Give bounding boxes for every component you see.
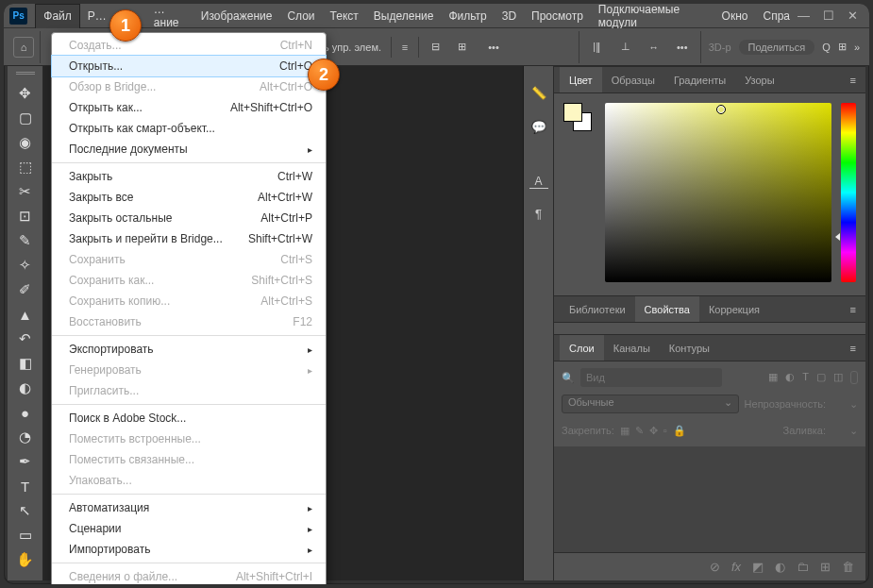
more-icon[interactable]: ••• xyxy=(483,37,504,58)
menu-item[interactable]: Сохранить как...Shift+Ctrl+S xyxy=(52,270,326,291)
menu-image[interactable]: Изображение xyxy=(193,4,280,28)
menu-window[interactable]: Окно xyxy=(714,4,756,28)
grip-icon[interactable] xyxy=(11,72,40,77)
align2-icon[interactable]: ⊟ xyxy=(425,37,445,58)
menu-item[interactable]: Поиск в Adobe Stock... xyxy=(52,408,326,428)
blur-tool[interactable]: ● xyxy=(12,401,39,424)
menu-item[interactable]: Создать...Ctrl+N xyxy=(52,35,326,56)
blend-mode-select[interactable]: Обычные ⌄ xyxy=(562,395,739,413)
tab-libraries[interactable]: Библиотеки xyxy=(560,296,635,322)
brush-tool[interactable]: ✐ xyxy=(12,278,39,301)
menu-filter[interactable]: Фильтр xyxy=(441,4,494,28)
fx-icon[interactable]: fx xyxy=(731,560,741,574)
tab-gradients[interactable]: Градиенты xyxy=(664,67,735,92)
dock-para-icon[interactable]: ¶ xyxy=(529,204,548,223)
opt-icon-c[interactable]: ↔ xyxy=(644,37,664,58)
opt-icon-a[interactable]: |‖ xyxy=(587,37,608,58)
menu-x[interactable]: …ание xyxy=(146,4,193,28)
dodge-tool[interactable]: ◔ xyxy=(12,426,39,448)
menu-item[interactable]: СохранитьCtrl+S xyxy=(52,249,326,270)
minimize-icon[interactable]: — xyxy=(797,8,810,23)
history-tool[interactable]: ↶ xyxy=(12,328,39,350)
filter-toggle[interactable] xyxy=(850,371,858,384)
menu-item[interactable]: Сохранить копию...Alt+Ctrl+S xyxy=(52,291,326,311)
group-icon[interactable]: 🗀 xyxy=(797,560,809,574)
menu-item[interactable]: ВосстановитьF12 xyxy=(52,311,326,332)
close-icon[interactable]: ✕ xyxy=(848,8,858,23)
lock-art-icon[interactable]: ▫ xyxy=(663,425,667,436)
menu-item[interactable]: Последние документы xyxy=(52,139,326,160)
dock-char-icon[interactable]: A xyxy=(529,174,548,189)
frame-tool[interactable]: ⊡ xyxy=(12,205,39,227)
filter-type-icon[interactable]: T xyxy=(802,371,809,384)
home-button[interactable]: ⌂ xyxy=(13,37,34,58)
menu-item[interactable]: Поместить встроенные... xyxy=(52,428,326,449)
filter-pixel-icon[interactable]: ▦ xyxy=(768,371,778,384)
delete-icon[interactable]: 🗑 xyxy=(842,560,854,574)
lock-trans-icon[interactable]: ▦ xyxy=(620,425,630,437)
workspace-icon[interactable]: ⊞ xyxy=(838,41,847,53)
tab-adjustments[interactable]: Коррекция xyxy=(699,296,769,322)
menu-layer[interactable]: Слои xyxy=(279,4,322,28)
adjust-icon[interactable]: ◐ xyxy=(775,560,785,574)
eraser-tool[interactable]: ◧ xyxy=(12,352,39,375)
pen-tool[interactable]: ✒ xyxy=(12,450,39,473)
maximize-icon[interactable]: ☐ xyxy=(823,8,834,23)
marquee-tool[interactable]: ▢ xyxy=(12,107,39,129)
menu-item[interactable]: Обзор в Bridge...Alt+Ctrl+O xyxy=(52,76,326,97)
color-picker[interactable] xyxy=(605,103,831,282)
mask-icon[interactable]: ◩ xyxy=(752,560,764,574)
menu-type[interactable]: Текст xyxy=(323,4,366,28)
menu-item[interactable]: Открыть как...Alt+Shift+Ctrl+O xyxy=(52,97,326,118)
quickselect-tool[interactable]: ⬚ xyxy=(12,156,39,178)
menu-3d[interactable]: 3D xyxy=(495,4,524,28)
filter-shape-icon[interactable]: ▢ xyxy=(816,371,826,384)
menu-item[interactable]: Сведения о файле...Alt+Shift+Ctrl+I xyxy=(52,566,326,584)
hue-slider[interactable] xyxy=(841,103,856,282)
tab-layers[interactable]: Слои xyxy=(560,335,604,361)
crop-tool[interactable]: ✂ xyxy=(12,180,39,203)
filter-smart-icon[interactable]: ◫ xyxy=(833,371,843,384)
menu-item[interactable]: Закрыть всеAlt+Ctrl+W xyxy=(52,187,326,208)
lock-move-icon[interactable]: ✥ xyxy=(649,425,658,437)
opt-icon-b[interactable]: ⊥ xyxy=(615,37,636,58)
dock-comment-icon[interactable]: 💬 xyxy=(529,117,548,136)
eyedropper-tool[interactable]: ✎ xyxy=(12,229,39,252)
share-button[interactable]: Поделиться xyxy=(739,40,815,55)
tab-patterns[interactable]: Узоры xyxy=(735,67,783,92)
align3-icon[interactable]: ⊞ xyxy=(451,37,472,58)
layers-list[interactable] xyxy=(554,446,865,552)
panel-menu-icon[interactable]: ≡ xyxy=(841,304,865,315)
menu-item[interactable]: Упаковать... xyxy=(52,470,326,491)
menu-item[interactable]: Закрыть остальныеAlt+Ctrl+P xyxy=(52,208,326,228)
new-layer-icon[interactable]: ⊞ xyxy=(820,560,831,574)
panel-menu-icon[interactable]: ≡ xyxy=(841,75,865,86)
foreground-swatch[interactable] xyxy=(563,103,582,122)
panel-expand-icon[interactable]: » xyxy=(854,42,860,53)
heal-tool[interactable]: ✧ xyxy=(12,254,39,277)
align-icon[interactable]: ≡ xyxy=(391,37,419,58)
panel-menu-icon[interactable]: ≡ xyxy=(841,343,865,354)
tab-color[interactable]: Цвет xyxy=(560,67,602,92)
lock-brush-icon[interactable]: ✎ xyxy=(635,425,644,437)
menu-item[interactable]: Генерировать xyxy=(52,360,326,380)
menu-item[interactable]: Импортировать xyxy=(52,539,326,560)
filter-adjust-icon[interactable]: ◐ xyxy=(785,371,795,384)
lock-all-icon[interactable]: 🔒 xyxy=(673,425,686,437)
menu-file[interactable]: Файл xyxy=(35,4,80,28)
file-menu-dropdown[interactable]: Создать...Ctrl+NОткрыть...Ctrl+OОбзор в … xyxy=(51,32,327,584)
menu-item[interactable]: Автоматизация xyxy=(52,497,326,518)
stamp-tool[interactable]: ▲ xyxy=(12,303,39,326)
menu-plugins[interactable]: Подключаемые модули xyxy=(591,4,714,28)
link-layers-icon[interactable]: ⊘ xyxy=(710,560,720,574)
dock-ruler-icon[interactable]: 📏 xyxy=(529,83,548,102)
menu-view[interactable]: Просмотр xyxy=(524,4,591,28)
tab-swatches[interactable]: Образцы xyxy=(602,67,664,92)
menu-item[interactable]: Сценарии xyxy=(52,518,326,539)
menu-item[interactable]: Поместить связанные... xyxy=(52,449,326,470)
menu-select[interactable]: Выделение xyxy=(366,4,442,28)
menu-help[interactable]: Спра xyxy=(756,4,798,28)
tab-channels[interactable]: Каналы xyxy=(604,335,660,361)
tab-paths[interactable]: Контуры xyxy=(660,335,719,361)
menu-item[interactable]: Закрыть и перейти в Bridge...Shift+Ctrl+… xyxy=(52,228,326,249)
